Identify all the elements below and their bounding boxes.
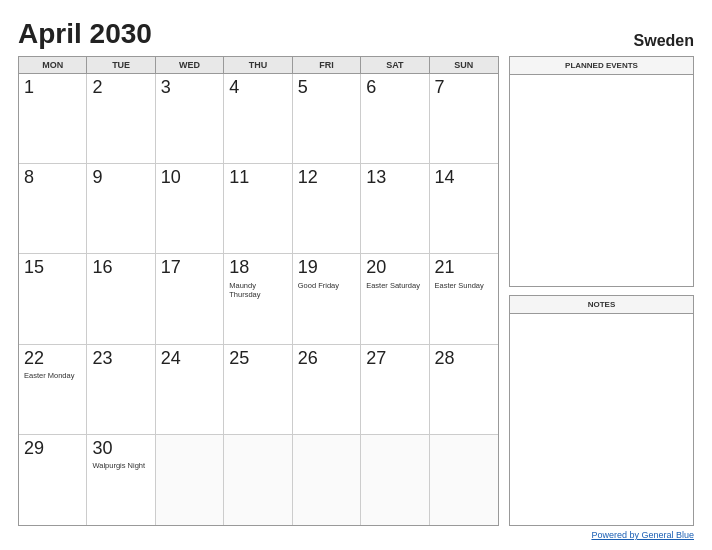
day-cell: 29 [19, 435, 87, 525]
day-cell: 1 [19, 74, 87, 164]
day-cell: 2 [87, 74, 155, 164]
day-cell: 14 [430, 164, 498, 254]
day-cell: 30Walpurgis Night [87, 435, 155, 525]
day-number: 30 [92, 438, 149, 460]
day-cell [224, 435, 292, 525]
day-cell: 11 [224, 164, 292, 254]
day-header-fri: FRI [293, 57, 361, 73]
day-cell: 27 [361, 345, 429, 435]
day-cell: 10 [156, 164, 224, 254]
day-number: 25 [229, 348, 286, 370]
day-number: 11 [229, 167, 286, 189]
day-cell: 22Easter Monday [19, 345, 87, 435]
day-number: 13 [366, 167, 423, 189]
day-number: 7 [435, 77, 493, 99]
notes-content [510, 314, 693, 525]
event-label: Walpurgis Night [92, 461, 149, 470]
day-number: 3 [161, 77, 218, 99]
day-cell: 7 [430, 74, 498, 164]
day-number: 21 [435, 257, 493, 279]
day-number: 26 [298, 348, 355, 370]
day-cell: 19Good Friday [293, 254, 361, 344]
side-section: PLANNED EVENTS NOTES [509, 56, 694, 526]
header: April 2030 Sweden [18, 18, 694, 50]
day-cell: 9 [87, 164, 155, 254]
day-number: 28 [435, 348, 493, 370]
day-number: 5 [298, 77, 355, 99]
day-number: 6 [366, 77, 423, 99]
month-title: April 2030 [18, 18, 152, 50]
notes-title: NOTES [510, 296, 693, 314]
day-header-mon: MON [19, 57, 87, 73]
footer-link[interactable]: Powered by General Blue [591, 530, 694, 540]
day-number: 17 [161, 257, 218, 279]
day-number: 24 [161, 348, 218, 370]
day-cell: 13 [361, 164, 429, 254]
country-title: Sweden [634, 32, 694, 50]
day-cell: 3 [156, 74, 224, 164]
footer: Powered by General Blue [18, 530, 694, 540]
day-cell: 12 [293, 164, 361, 254]
day-header-sat: SAT [361, 57, 429, 73]
day-number: 15 [24, 257, 81, 279]
day-number: 18 [229, 257, 286, 279]
day-number: 19 [298, 257, 355, 279]
day-number: 23 [92, 348, 149, 370]
day-number: 1 [24, 77, 81, 99]
day-cell: 15 [19, 254, 87, 344]
planned-events-title: PLANNED EVENTS [510, 57, 693, 75]
day-number: 8 [24, 167, 81, 189]
day-number: 29 [24, 438, 81, 460]
day-number: 27 [366, 348, 423, 370]
day-headers: MON TUE WED THU FRI SAT SUN [19, 57, 498, 74]
day-cell: 20Easter Saturday [361, 254, 429, 344]
planned-events-content [510, 75, 693, 286]
day-cell: 6 [361, 74, 429, 164]
day-cell: 24 [156, 345, 224, 435]
day-cell: 18Maundy Thursday [224, 254, 292, 344]
event-label: Easter Saturday [366, 281, 423, 290]
day-cell: 23 [87, 345, 155, 435]
day-header-sun: SUN [430, 57, 498, 73]
event-label: Good Friday [298, 281, 355, 290]
day-number: 4 [229, 77, 286, 99]
day-number: 9 [92, 167, 149, 189]
day-cell: 21Easter Sunday [430, 254, 498, 344]
planned-events-box: PLANNED EVENTS [509, 56, 694, 287]
event-label: Maundy Thursday [229, 281, 286, 299]
day-number: 2 [92, 77, 149, 99]
event-label: Easter Monday [24, 371, 81, 380]
day-number: 16 [92, 257, 149, 279]
notes-box: NOTES [509, 295, 694, 526]
calendar-grid: 123456789101112131415161718Maundy Thursd… [19, 74, 498, 525]
calendar-section: MON TUE WED THU FRI SAT SUN 123456789101… [18, 56, 499, 526]
day-cell [156, 435, 224, 525]
day-number: 12 [298, 167, 355, 189]
day-cell: 25 [224, 345, 292, 435]
day-cell: 8 [19, 164, 87, 254]
day-cell: 17 [156, 254, 224, 344]
day-cell [430, 435, 498, 525]
day-number: 14 [435, 167, 493, 189]
day-cell [293, 435, 361, 525]
event-label: Easter Sunday [435, 281, 493, 290]
page: April 2030 Sweden MON TUE WED THU FRI SA… [0, 0, 712, 550]
day-number: 10 [161, 167, 218, 189]
day-number: 20 [366, 257, 423, 279]
day-cell: 16 [87, 254, 155, 344]
day-cell [361, 435, 429, 525]
day-cell: 4 [224, 74, 292, 164]
main-content: MON TUE WED THU FRI SAT SUN 123456789101… [18, 56, 694, 526]
day-number: 22 [24, 348, 81, 370]
day-cell: 26 [293, 345, 361, 435]
day-header-wed: WED [156, 57, 224, 73]
day-cell: 28 [430, 345, 498, 435]
day-cell: 5 [293, 74, 361, 164]
day-header-thu: THU [224, 57, 292, 73]
day-header-tue: TUE [87, 57, 155, 73]
